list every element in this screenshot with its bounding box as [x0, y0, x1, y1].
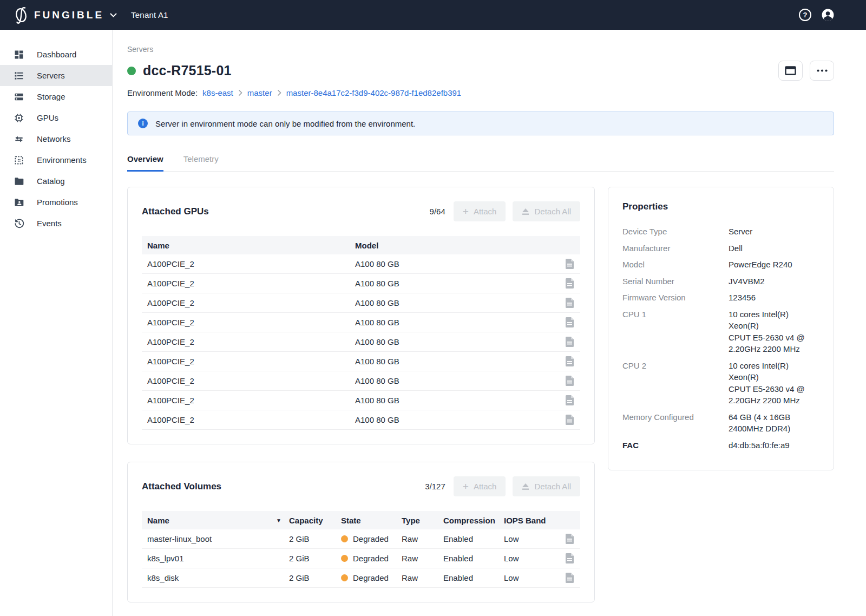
gpu-details-button[interactable]: [561, 278, 574, 289]
gpu-details-button[interactable]: [561, 298, 574, 308]
gpu-details-button[interactable]: [561, 317, 574, 327]
sidebar-item-promotions[interactable]: Promotions: [0, 192, 112, 213]
volume-capacity: 2 GiB: [289, 554, 341, 563]
sidebar-item-label: Dashboard: [37, 50, 76, 59]
document-icon: [566, 376, 574, 386]
property-value: PowerEdge R240: [729, 259, 819, 271]
sort-desc-caret-icon[interactable]: ▼: [276, 517, 281, 523]
gpu-name: A100PCIE_2: [147, 298, 355, 307]
gpu-model: A100 80 GB: [355, 376, 561, 385]
env-link-instance[interactable]: master-8e4a17c2-f3d9-402c-987d-f1ed82efb…: [286, 88, 462, 97]
gpu-table-row[interactable]: A100PCIE_2 A100 80 GB: [142, 352, 580, 371]
property-row: Serial Number JV4VBM2: [622, 276, 819, 287]
volume-details-button[interactable]: [561, 573, 574, 583]
sidebar-item-storage[interactable]: Storage: [0, 86, 112, 107]
column-header-name[interactable]: Name: [147, 241, 355, 250]
sidebar-item-catalog[interactable]: Catalog: [0, 171, 112, 192]
property-label: Memory Configured: [622, 411, 729, 435]
sidebar-item-label: Networks: [37, 134, 71, 143]
property-value: 10 cores Intel(R) Xeon(R) CPUT E5-2630 v…: [729, 309, 819, 355]
document-icon: [566, 573, 574, 583]
sidebar-item-events[interactable]: Events: [0, 213, 112, 234]
property-label: Model: [622, 259, 729, 271]
gpu-model: A100 80 GB: [355, 279, 561, 288]
gpu-table-row[interactable]: A100PCIE_2 A100 80 GB: [142, 254, 580, 274]
gpu-details-button[interactable]: [561, 376, 574, 386]
attach-button-label: Attach: [474, 207, 497, 216]
volume-details-button[interactable]: [561, 534, 574, 544]
window-icon: [785, 66, 796, 75]
gpu-model: A100 80 GB: [355, 337, 561, 346]
chevron-down-icon: [110, 13, 117, 17]
document-icon: [566, 278, 574, 289]
gpu-table-row[interactable]: A100PCIE_2 A100 80 GB: [142, 293, 580, 313]
sidebar-item-servers[interactable]: Servers: [0, 65, 112, 86]
catalog-folder-icon: [14, 176, 24, 187]
detach-button-label: Detach All: [534, 207, 571, 216]
breadcrumb[interactable]: Servers: [127, 45, 834, 54]
window-button[interactable]: [778, 61, 803, 81]
detach-button-label: Detach All: [534, 482, 571, 491]
brand-menu[interactable]: FUNGIBLE: [13, 6, 117, 24]
attached-gpus-card: Attached GPUs 9/64 + Attach Detach All: [127, 187, 595, 444]
gpu-details-button[interactable]: [561, 356, 574, 366]
sidebar-item-label: Events: [37, 219, 62, 228]
column-header-capacity[interactable]: Capacity: [289, 516, 341, 525]
column-header-name[interactable]: Name ▼: [147, 516, 289, 525]
column-header-state[interactable]: State: [341, 516, 402, 525]
detach-all-volumes-button[interactable]: Detach All: [513, 476, 580, 496]
more-actions-button[interactable]: [810, 61, 834, 81]
volumes-count: 3/127: [425, 482, 445, 491]
gpu-table-row[interactable]: A100PCIE_2 A100 80 GB: [142, 371, 580, 391]
volume-table-row[interactable]: k8s_lpv01 2 GiB Degraded Raw Enabled Low: [142, 549, 580, 568]
gpu-details-button[interactable]: [561, 259, 574, 269]
tab-telemetry[interactable]: Telemetry: [183, 154, 219, 172]
attach-volume-button[interactable]: + Attach: [454, 476, 506, 496]
sidebar-item-gpus[interactable]: GPUs: [0, 107, 112, 128]
user-account-icon[interactable]: [821, 8, 835, 22]
sidebar: Dashboard Servers Storage GPUs Networks: [0, 30, 113, 616]
tenant-name: Tenant A1: [131, 10, 168, 19]
sidebar-item-environments[interactable]: Environments: [0, 149, 112, 171]
column-header-compression[interactable]: Compression: [443, 516, 504, 525]
gpu-table-row[interactable]: A100PCIE_2 A100 80 GB: [142, 313, 580, 332]
gpu-table-row[interactable]: A100PCIE_2 A100 80 GB: [142, 332, 580, 352]
gpu-table-row[interactable]: A100PCIE_2 A100 80 GB: [142, 391, 580, 410]
attach-gpu-button[interactable]: + Attach: [454, 201, 506, 221]
volume-compression: Enabled: [443, 573, 504, 582]
column-header-iops-band[interactable]: IOPS Band: [504, 516, 561, 525]
sidebar-item-dashboard[interactable]: Dashboard: [0, 44, 112, 65]
help-icon[interactable]: ?: [799, 9, 811, 21]
volume-capacity: 2 GiB: [289, 573, 341, 582]
document-icon: [566, 553, 574, 563]
volume-capacity: 2 GiB: [289, 534, 341, 543]
gpu-details-button[interactable]: [561, 415, 574, 425]
volume-details-button[interactable]: [561, 553, 574, 563]
property-label: FAC: [622, 440, 729, 451]
property-label: Firmware Version: [622, 292, 729, 304]
environment-mode-row: Environment Mode: k8s-east master master…: [127, 88, 834, 97]
gpu-details-button[interactable]: [561, 395, 574, 405]
document-icon: [566, 259, 574, 269]
volume-table-row[interactable]: master-linux_boot 2 GiB Degraded Raw Ena…: [142, 529, 580, 549]
dashboard-icon: [14, 49, 24, 60]
gpu-name: A100PCIE_2: [147, 337, 355, 346]
env-link-cluster[interactable]: k8s-east: [202, 88, 233, 97]
property-row: Model PowerEdge R240: [622, 259, 819, 271]
gpu-name: A100PCIE_2: [147, 279, 355, 288]
volume-name: k8s_disk: [147, 573, 289, 582]
env-link-environment[interactable]: master: [247, 88, 272, 97]
column-header-model[interactable]: Model: [355, 241, 561, 250]
green-status-dot: [127, 67, 136, 75]
detach-all-gpus-button[interactable]: Detach All: [513, 201, 580, 221]
tab-overview[interactable]: Overview: [127, 154, 163, 172]
column-header-type[interactable]: Type: [402, 516, 443, 525]
events-history-icon: [14, 218, 24, 229]
volume-table-row[interactable]: k8s_disk 2 GiB Degraded Raw Enabled Low: [142, 568, 580, 588]
gpu-table-row[interactable]: A100PCIE_2 A100 80 GB: [142, 274, 580, 293]
ellipsis-icon: [817, 69, 828, 72]
gpu-table-row[interactable]: A100PCIE_2 A100 80 GB: [142, 410, 580, 430]
gpu-details-button[interactable]: [561, 337, 574, 347]
sidebar-item-networks[interactable]: Networks: [0, 128, 112, 149]
volume-compression: Enabled: [443, 554, 504, 563]
